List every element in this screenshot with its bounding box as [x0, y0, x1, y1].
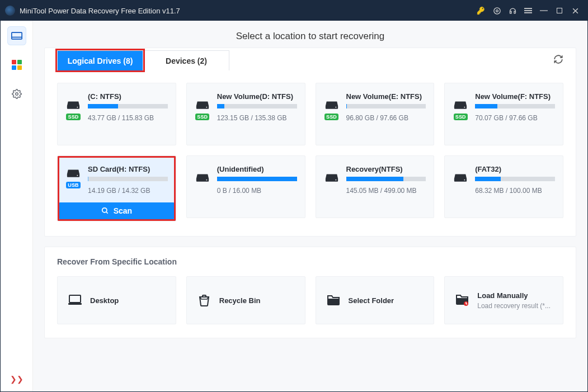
drive-badge: SSD: [324, 114, 338, 120]
drive-card[interactable]: Recovery(NTFS)145.05 MB / 499.00 MB: [316, 155, 435, 218]
drive-name: SD Card(H: NTFS): [88, 165, 168, 173]
svg-point-9: [15, 93, 18, 96]
drive-name: New Volume(E: NTFS): [346, 92, 426, 101]
svg-point-17: [464, 107, 465, 108]
svg-rect-2: [524, 8, 532, 9]
drive-usage-bar: [346, 104, 426, 108]
svg-point-0: [493, 7, 500, 13]
drive-usage-bar: [475, 177, 555, 181]
location-title: Recycle Bin: [219, 296, 261, 305]
svg-point-20: [102, 208, 106, 212]
drive-name: (Unidentified): [217, 165, 297, 173]
drive-card[interactable]: SSD(C: NTFS)43.77 GB / 115.83 GB: [57, 83, 176, 145]
location-card[interactable]: Recycle Bin: [186, 276, 305, 324]
svg-point-23: [206, 180, 207, 181]
tabs: Logical Drives (8) Devices (2): [57, 48, 563, 73]
menu-icon[interactable]: [520, 3, 536, 18]
location-title: Desktop: [90, 296, 119, 305]
sidebar-collapse-icon[interactable]: ❯❯: [10, 375, 23, 384]
svg-point-13: [206, 107, 207, 108]
svg-rect-6: [557, 8, 562, 13]
location-icon: [455, 293, 469, 308]
drive-usage-bar: [475, 104, 555, 108]
tab-logical-drives[interactable]: Logical Drives (8): [57, 50, 143, 70]
drive-usage-bar: [88, 104, 168, 108]
location-title: Select Folder: [349, 296, 394, 305]
drive-badge: SSD: [195, 114, 209, 120]
recover-section-title: Recover From Specific Location: [57, 257, 563, 266]
drive-usage-bar: [346, 177, 426, 181]
svg-point-11: [77, 107, 78, 108]
drive-size: 145.05 MB / 499.00 MB: [346, 187, 426, 195]
drive-size: 43.77 GB / 115.83 GB: [88, 114, 168, 122]
page-heading: Select a location to start recovering: [33, 21, 587, 48]
drive-name: (C: NTFS): [88, 92, 168, 101]
drive-badge: SSD: [66, 114, 80, 120]
sidebar-item-settings[interactable]: [7, 84, 26, 103]
svg-rect-4: [524, 12, 532, 13]
svg-rect-5: [540, 10, 548, 11]
refresh-icon[interactable]: [553, 54, 563, 67]
svg-line-21: [106, 212, 107, 214]
drive-badge: USB: [66, 182, 81, 188]
drive-usage-bar: [217, 177, 297, 181]
recover-location-panel: Recover From Specific Location DesktopRe…: [44, 247, 576, 338]
drive-size: 0 B / 16.00 MB: [217, 187, 297, 195]
svg-rect-30: [328, 299, 339, 305]
sidebar-item-apps[interactable]: [7, 55, 26, 74]
drive-name: (FAT32): [475, 165, 555, 173]
drive-usage-bar: [217, 104, 297, 108]
close-icon[interactable]: [567, 3, 583, 18]
location-card[interactable]: Desktop: [57, 276, 176, 324]
drive-size: 68.32 MB / 100.00 MB: [475, 187, 555, 195]
location-card[interactable]: Load ManuallyLoad recovery result (*...: [444, 276, 563, 324]
drive-card[interactable]: SSDNew Volume(D: NTFS)123.15 GB / 135.38…: [186, 83, 305, 145]
drive-name: Recovery(NTFS): [346, 165, 426, 173]
scan-label: Scan: [114, 206, 132, 215]
svg-point-15: [335, 107, 336, 108]
location-title: Load Manually: [477, 291, 551, 300]
drive-card[interactable]: USBSD Card(H: NTFS)14.19 GB / 14.32 GBSc…: [57, 155, 176, 221]
svg-point-27: [464, 180, 465, 181]
app-title: MiniTool Power Data Recovery Free Editio…: [20, 7, 180, 15]
drive-card[interactable]: (Unidentified)0 B / 16.00 MB: [186, 155, 305, 218]
disc-icon[interactable]: [489, 3, 505, 18]
titlebar: MiniTool Power Data Recovery Free Editio…: [1, 1, 587, 21]
drive-card[interactable]: SSDNew Volume(E: NTFS)96.80 GB / 97.66 G…: [316, 83, 435, 145]
tab-devices[interactable]: Devices (2): [143, 50, 229, 70]
drive-size: 70.07 GB / 97.66 GB: [475, 114, 555, 122]
svg-point-19: [77, 175, 78, 176]
drive-usage-bar: [88, 177, 168, 181]
drive-card[interactable]: (FAT32)68.32 MB / 100.00 MB: [444, 155, 563, 218]
drive-name: New Volume(D: NTFS): [217, 92, 297, 101]
location-icon: [197, 293, 211, 308]
location-card[interactable]: Select Folder: [316, 276, 435, 324]
drive-badge: SSD: [454, 114, 468, 120]
app-logo-icon: [5, 6, 15, 16]
license-key-icon[interactable]: [473, 3, 489, 18]
support-headset-icon[interactable]: [505, 3, 520, 18]
drive-size: 123.15 GB / 135.38 GB: [217, 114, 297, 122]
svg-point-25: [335, 180, 336, 181]
drive-size: 96.80 GB / 97.66 GB: [346, 114, 426, 122]
drives-panel: Logical Drives (8) Devices (2) SSD(C: NT…: [44, 48, 576, 237]
location-icon: [68, 293, 82, 308]
svg-rect-29: [68, 303, 82, 305]
location-icon: [326, 293, 341, 308]
svg-rect-7: [11, 32, 21, 39]
minimize-icon[interactable]: [536, 3, 552, 18]
location-subtitle: Load recovery result (*...: [477, 302, 551, 310]
drive-name: New Volume(F: NTFS): [475, 92, 555, 101]
svg-point-1: [496, 10, 498, 12]
svg-rect-28: [69, 295, 81, 303]
svg-rect-3: [524, 10, 532, 11]
sidebar: ❯❯: [1, 21, 33, 391]
scan-button[interactable]: Scan: [59, 202, 174, 219]
maximize-icon[interactable]: [552, 3, 567, 18]
sidebar-item-recovery[interactable]: [7, 26, 26, 45]
drive-size: 14.19 GB / 14.32 GB: [88, 187, 168, 195]
drive-card[interactable]: SSDNew Volume(F: NTFS)70.07 GB / 97.66 G…: [444, 83, 563, 145]
